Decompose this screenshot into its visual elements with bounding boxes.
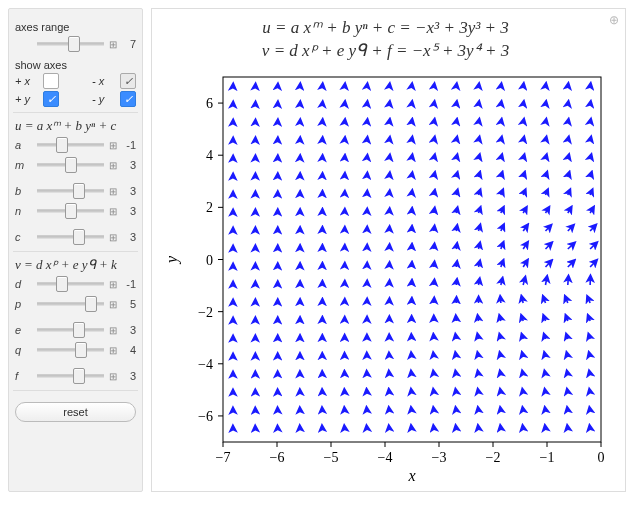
- slider-d[interactable]: [37, 277, 104, 291]
- my-checkbox[interactable]: [120, 91, 136, 107]
- slider-label-a: a: [15, 139, 33, 151]
- py-checkbox[interactable]: [43, 91, 59, 107]
- slider-label-e: e: [15, 324, 33, 336]
- expand-icon[interactable]: ⊞: [108, 279, 118, 290]
- svg-line-165: [411, 155, 412, 159]
- svg-line-253: [500, 297, 501, 303]
- expand-icon[interactable]: ⊞: [108, 160, 118, 171]
- slider-p[interactable]: [37, 297, 104, 311]
- svg-line-207: [456, 190, 457, 195]
- svg-line-244: [500, 137, 501, 141]
- expand-icon[interactable]: ⊞: [108, 325, 118, 336]
- slider-label-f: f: [15, 370, 33, 382]
- svg-line-283: [545, 119, 546, 122]
- svg-line-250: [500, 243, 502, 249]
- svg-line-234: [477, 316, 478, 321]
- expand-icon[interactable]: ⊞: [108, 232, 118, 243]
- slider-c[interactable]: [37, 230, 104, 244]
- svg-line-337: [589, 371, 590, 375]
- mx-checkbox[interactable]: [120, 73, 136, 89]
- reset-button[interactable]: reset: [15, 402, 136, 422]
- svg-text:−6: −6: [198, 409, 213, 424]
- slider-value-e: 3: [122, 324, 136, 336]
- svg-line-295: [544, 334, 545, 339]
- plot-title-1: u = a xᵐ + b yⁿ + c = −x³ + 3y³ + 3: [156, 17, 615, 40]
- svg-line-236: [477, 353, 478, 357]
- svg-line-217: [455, 371, 456, 375]
- svg-line-310: [567, 243, 573, 249]
- svg-line-270: [523, 242, 527, 248]
- slider-value-c: 3: [122, 231, 136, 243]
- svg-line-197: [433, 371, 434, 375]
- slider-f[interactable]: [37, 369, 104, 383]
- svg-line-187: [433, 190, 434, 194]
- slider-n[interactable]: [37, 204, 104, 218]
- svg-line-251: [500, 261, 502, 267]
- expand-plot-icon[interactable]: ⊕: [609, 13, 619, 27]
- svg-text:−1: −1: [539, 450, 554, 465]
- svg-line-224: [478, 137, 479, 141]
- svg-line-223: [478, 120, 479, 123]
- svg-line-305: [567, 155, 568, 159]
- svg-line-222: [478, 102, 479, 105]
- svg-line-252: [500, 278, 502, 284]
- slider-label-c: c: [15, 231, 33, 243]
- svg-line-287: [545, 190, 547, 195]
- svg-text:x: x: [407, 467, 415, 484]
- axes-range-slider[interactable]: [37, 37, 104, 51]
- svg-line-298: [544, 389, 545, 392]
- svg-line-329: [590, 225, 595, 231]
- expand-icon[interactable]: ⊞: [108, 206, 118, 217]
- slider-label-q: q: [15, 344, 33, 356]
- slider-m[interactable]: [37, 158, 104, 172]
- slider-value-d: -1: [122, 278, 136, 290]
- svg-line-238: [477, 389, 478, 392]
- svg-line-198: [433, 389, 434, 392]
- py-label: + y: [15, 93, 37, 105]
- expand-icon[interactable]: ⊞: [108, 371, 118, 382]
- svg-line-277: [522, 371, 523, 375]
- svg-text:y: y: [163, 255, 181, 265]
- svg-line-257: [500, 371, 501, 375]
- px-checkbox[interactable]: [43, 73, 59, 89]
- axes-range-label: axes range: [15, 21, 136, 33]
- svg-line-144: [389, 137, 390, 140]
- svg-line-304: [567, 137, 568, 141]
- expand-icon[interactable]: ⊞: [108, 186, 118, 197]
- svg-line-284: [545, 137, 546, 141]
- slider-value-m: 3: [122, 159, 136, 171]
- svg-text:−7: −7: [215, 450, 230, 465]
- slider-label-p: p: [15, 298, 33, 310]
- slider-value-b: 3: [122, 185, 136, 197]
- svg-text:−4: −4: [198, 357, 213, 372]
- control-panel: axes range ⊞ 7 show axes + x - x + y - y…: [8, 8, 143, 492]
- svg-line-167: [411, 191, 412, 195]
- expand-icon[interactable]: ⊞: [108, 39, 118, 50]
- expand-icon[interactable]: ⊞: [108, 299, 118, 310]
- slider-e[interactable]: [37, 323, 104, 337]
- svg-line-302: [567, 102, 568, 105]
- svg-line-269: [523, 225, 527, 231]
- svg-line-255: [499, 334, 500, 339]
- svg-line-313: [565, 297, 568, 303]
- svg-line-290: [545, 243, 551, 249]
- svg-line-292: [545, 277, 546, 285]
- slider-label-d: d: [15, 278, 33, 290]
- svg-line-266: [523, 172, 524, 176]
- svg-line-324: [590, 137, 591, 141]
- svg-text:−2: −2: [198, 305, 213, 320]
- slider-q[interactable]: [37, 343, 104, 357]
- slider-b[interactable]: [37, 184, 104, 198]
- slider-a[interactable]: [37, 138, 104, 152]
- svg-line-208: [456, 208, 457, 213]
- svg-line-296: [544, 353, 545, 357]
- svg-line-190: [433, 244, 434, 249]
- svg-line-185: [433, 155, 434, 159]
- svg-line-297: [544, 371, 545, 375]
- slider-value-a: -1: [122, 139, 136, 151]
- svg-line-256: [499, 353, 500, 357]
- px-label: + x: [15, 75, 37, 87]
- expand-icon[interactable]: ⊞: [108, 345, 118, 356]
- expand-icon[interactable]: ⊞: [108, 140, 118, 151]
- svg-line-303: [567, 119, 568, 122]
